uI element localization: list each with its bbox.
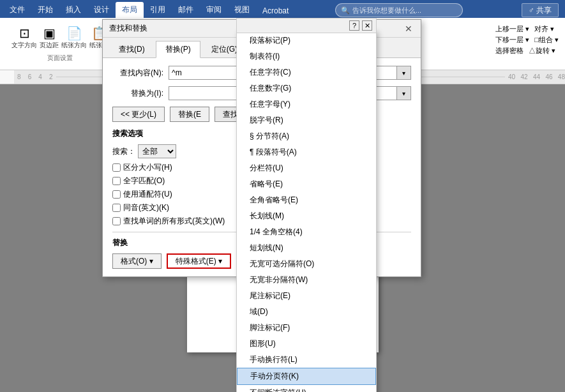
dropdown-item-ellipsis[interactable]: 省略号(E) — [237, 176, 376, 192]
dropdown-item-para-symbol[interactable]: ¶ 段落符号(A) — [237, 144, 376, 160]
margins-btn[interactable]: ▣ 页边距 — [40, 26, 59, 50]
dropdown-item-nonbreak-hyphen[interactable]: 不间断连字符(H) — [237, 385, 376, 392]
tab-replace[interactable]: 替换(P) — [156, 41, 200, 58]
dropdown-item-endash[interactable]: 短划线(N) — [237, 240, 376, 256]
dropdown-item-column-break[interactable]: 分栏符(U) — [237, 160, 376, 176]
dropdown-item-section[interactable]: § 分节符(A) — [237, 128, 376, 144]
tab-view[interactable]: 视图 — [228, 2, 256, 18]
dropdown-item-quarter-space[interactable]: 1/4 全角空格(4) — [237, 224, 376, 240]
tab-find[interactable]: 查找(D) — [109, 41, 154, 57]
search-icon: 🔍 — [341, 6, 350, 15]
dropdown-item-any-digit[interactable]: 任意数字(G) — [237, 80, 376, 96]
tab-reference[interactable]: 引用 — [144, 2, 172, 18]
text-direction-label: 文字方向 — [11, 41, 37, 50]
dropdown-item-footnote-mark[interactable]: 脚注标记(F) — [237, 320, 376, 336]
homophone-label: 同音(英文)(K) — [123, 202, 169, 213]
dropdown-titlebar: ? ✕ — [236, 18, 377, 33]
dropdown-item-endnote-mark[interactable]: 尾注标记(E) — [237, 288, 376, 304]
dropdown-item-zero-width-opt[interactable]: 无宽可选分隔符(O) — [237, 256, 376, 272]
replace-dropdown-btn[interactable]: ▾ — [397, 86, 411, 100]
replace-button[interactable]: 替换(E — [170, 107, 209, 122]
orientation-label: 纸张方向 — [61, 41, 87, 50]
search-select[interactable]: 全部 向上 向下 — [138, 144, 176, 158]
tab-design[interactable]: 设计 — [87, 2, 116, 18]
dialog-close-button[interactable]: ✕ — [403, 23, 414, 34]
less-button[interactable]: << 更少(L) — [112, 107, 165, 122]
dropdown-item-field[interactable]: 域(D) — [237, 304, 376, 320]
move-down-btn[interactable]: 下移一层 ▾ — [495, 35, 529, 45]
rotate-btn[interactable]: △旋转 ▾ — [529, 46, 555, 56]
move-up-btn[interactable]: 上移一层 ▾ — [495, 24, 529, 34]
allforms-label: 查找单词的所有形式(英文)(W) — [123, 216, 225, 227]
dropdown-item-line-break[interactable]: 手动换行符(L) — [237, 352, 376, 368]
tab-file[interactable]: 文件 — [3, 2, 31, 18]
dropdown-item-paragraph-mark[interactable]: 段落标记(P) — [237, 33, 376, 49]
tab-insert[interactable]: 插入 — [59, 2, 87, 18]
whole-word-label: 全字匹配(O) — [123, 176, 165, 186]
case-checkbox[interactable] — [112, 163, 121, 172]
dropdown-item-any-letter[interactable]: 任意字母(Y) — [237, 96, 376, 112]
dropdown-item-graphic[interactable]: 图形(U) — [237, 336, 376, 352]
text-direction-icon: ⊡ — [19, 26, 30, 41]
dropdown-help-icon[interactable]: ? — [349, 20, 359, 31]
replace-label: 替换为(I): — [112, 88, 163, 99]
ribbon-tabs: 文件 开始 插入 设计 布局 引用 邮件 审阅 视图 Acrobat 🔍 告诉我… — [0, 0, 565, 18]
dropdown-item-full-ellipsis[interactable]: 全角省略号(E) — [237, 192, 376, 208]
tab-acrobat[interactable]: Acrobat — [256, 4, 295, 18]
page-setup-group: ⊡ 文字方向 ▣ 页边距 📄 纸张方向 📋 纸张大 页面设置 — [6, 22, 114, 66]
homophone-checkbox[interactable] — [112, 204, 121, 212]
group-btn[interactable]: □组合 ▾ — [534, 35, 559, 45]
find-dropdown-btn[interactable]: ▾ — [397, 66, 411, 80]
format-button[interactable]: 格式(O) ▾ — [112, 253, 162, 269]
dropdown-item-any-char[interactable]: 任意字符(C) — [237, 64, 376, 80]
tab-mail[interactable]: 邮件 — [172, 2, 200, 18]
tab-layout[interactable]: 布局 — [116, 2, 144, 18]
arrange-group: 上移一层 ▾ 对齐 ▾ 下移一层 ▾ □组合 ▾ 选择密格 △旋转 ▾ — [495, 24, 559, 56]
align-btn[interactable]: 对齐 ▾ — [534, 24, 554, 34]
search-label: 搜索： — [112, 146, 138, 157]
dropdown-close-icon[interactable]: ✕ — [362, 20, 372, 31]
ribbon-search[interactable]: 🔍 告诉我你想要做什么... — [335, 3, 463, 17]
special-chars-dropdown: 段落标记(P) 制表符(I) 任意字符(C) 任意数字(G) 任意字母(Y) 脱… — [236, 30, 377, 392]
tab-home[interactable]: 开始 — [31, 2, 59, 18]
case-label: 区分大小写(H) — [123, 162, 172, 173]
find-label: 查找内容(N): — [112, 68, 163, 79]
dropdown-item-zero-width-nonbreak[interactable]: 无宽非分隔符(W) — [237, 272, 376, 288]
orientation-btn[interactable]: 📄 纸张方向 — [61, 26, 87, 50]
dropdown-item-page-break[interactable]: 手动分页符(K) — [237, 368, 376, 385]
wildcard-checkbox[interactable] — [112, 190, 121, 199]
page-setup-group-label: 页面设置 — [47, 54, 73, 63]
margins-icon: ▣ — [43, 26, 56, 41]
text-direction-btn[interactable]: ⊡ 文字方向 — [11, 26, 37, 50]
special-format-button[interactable]: 特殊格式(E) ▾ — [167, 253, 231, 269]
dropdown-item-caret[interactable]: 脱字号(R) — [237, 112, 376, 128]
dropdown-item-tab[interactable]: 制表符(I) — [237, 49, 376, 64]
wildcard-label: 使用通配符(U) — [123, 189, 172, 200]
margins-label: 页边距 — [40, 41, 59, 50]
whole-word-checkbox[interactable] — [112, 177, 121, 185]
search-placeholder: 告诉我你想要做什么... — [352, 6, 421, 15]
dialog-title: 查找和替换 — [109, 23, 147, 34]
select-pane-btn[interactable]: 选择密格 — [495, 46, 524, 56]
page-setup-icons: ⊡ 文字方向 ▣ 页边距 📄 纸张方向 📋 纸张大 — [11, 26, 109, 50]
tab-review[interactable]: 审阅 — [200, 2, 228, 18]
dropdown-item-emdash[interactable]: 长划线(M) — [237, 208, 376, 224]
orientation-icon: 📄 — [66, 26, 82, 41]
share-button[interactable]: ♂ 共享 — [522, 3, 559, 17]
allforms-checkbox[interactable] — [112, 217, 121, 225]
